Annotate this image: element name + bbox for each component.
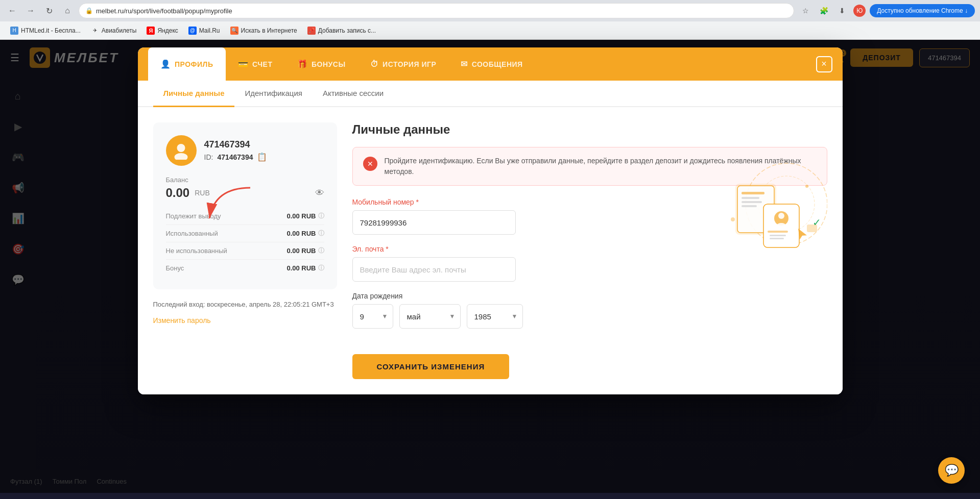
balance-row-bonus: Бонус 0.00 RUB ⓘ bbox=[166, 260, 324, 277]
browser-actions: ☆ 🧩 ⬇ Ю Доступно обновление Chrome ↓ bbox=[798, 4, 975, 18]
bookmark-dobavit-label: Добавить запись с... bbox=[318, 27, 376, 34]
download-icon[interactable]: ⬇ bbox=[835, 4, 849, 18]
day-select[interactable]: 9 123 456 7810 bbox=[352, 304, 393, 329]
email-input[interactable] bbox=[352, 257, 516, 282]
last-login-label: Последний вход: bbox=[153, 301, 205, 308]
modal-subtabs: Личные данные Идентификация Активные сес… bbox=[138, 81, 843, 107]
bookmark-htmlled[interactable]: H HTMLed.it - Бесплa... bbox=[6, 24, 85, 37]
toggle-balance-button[interactable]: 👁 bbox=[315, 188, 324, 198]
svg-rect-9 bbox=[742, 197, 759, 199]
tab-messages-label: СООБЩЕНИЯ bbox=[472, 60, 523, 68]
modal-close-button[interactable]: × bbox=[816, 56, 832, 72]
bonus-value: 0.00 RUB ⓘ bbox=[286, 264, 324, 272]
dobavit-icon: 📌 bbox=[307, 27, 316, 35]
bookmark-mailru-label: Mail.Ru bbox=[199, 27, 220, 34]
bookmark-iskat-label: Искать в Интернете bbox=[241, 27, 297, 34]
id-label: ID: bbox=[204, 153, 213, 161]
bonus-info-icon[interactable]: ⓘ bbox=[318, 264, 324, 272]
year-select-wrapper: 1985 1980 1981 1982 1983 1984 1986 ▼ bbox=[467, 304, 523, 329]
subtab-sessions[interactable]: Активные сессии bbox=[313, 81, 394, 107]
url-text: melbet.ru/ru/sport/live/football/popup/m… bbox=[96, 7, 232, 15]
svg-rect-8 bbox=[742, 192, 764, 194]
browser-toolbar: ← → ↻ ⌂ 🔒 melbet.ru/ru/sport/live/footba… bbox=[0, 0, 980, 21]
alert-icon: ✕ bbox=[363, 157, 377, 171]
svg-rect-16 bbox=[768, 231, 788, 233]
tab-history[interactable]: ⏱ ИСТОРИЯ ИГР bbox=[358, 47, 449, 81]
lock-icon: 🔒 bbox=[85, 7, 93, 14]
modal-tabs-header: 👤 ПРОФИЛЬ 💳 СЧЕТ 🎁 БОНУСЫ ⏱ ИСТОРИЯ ИГР bbox=[138, 47, 843, 81]
svg-point-2 bbox=[177, 144, 185, 152]
last-login-info: Последний вход: воскресенье, апрель 28, … bbox=[153, 300, 337, 310]
date-row: 9 123 456 7810 ▼ май bbox=[352, 304, 827, 329]
illustration-svg bbox=[684, 143, 827, 296]
htmlled-icon: H bbox=[10, 27, 18, 35]
subtab-personal[interactable]: Личные данные bbox=[153, 81, 235, 107]
svg-rect-17 bbox=[770, 235, 786, 236]
address-bar[interactable]: 🔒 melbet.ru/ru/sport/live/football/popup… bbox=[79, 3, 794, 18]
bookmark-icon[interactable]: ☆ bbox=[798, 4, 812, 18]
bookmark-htmlled-label: HTMLed.it - Бесплa... bbox=[21, 27, 81, 34]
modal-overlay: 👤 ПРОФИЛЬ 💳 СЧЕТ 🎁 БОНУСЫ ⏱ ИСТОРИЯ ИГР bbox=[0, 40, 980, 493]
year-select[interactable]: 1985 1980 1981 1982 1983 1984 1986 bbox=[467, 304, 523, 329]
home-button[interactable]: ⌂ bbox=[60, 4, 75, 18]
user-avatar bbox=[166, 135, 197, 166]
avatar-svg bbox=[172, 142, 190, 160]
back-button[interactable]: ← bbox=[5, 4, 19, 18]
svg-rect-22 bbox=[807, 224, 817, 232]
phone-input[interactable] bbox=[352, 210, 516, 235]
unused-info-icon[interactable]: ⓘ bbox=[318, 246, 324, 255]
bookmark-iskat[interactable]: 🔍 Искать в Интернете bbox=[226, 24, 301, 37]
id-value: 471467394 bbox=[217, 153, 253, 161]
tab-history-label: ИСТОРИЯ ИГР bbox=[383, 60, 436, 68]
withdrawable-info-icon[interactable]: ⓘ bbox=[318, 212, 324, 220]
site-background: ☰ МЕЛБЕТ 🔔 2 ДЕПОЗИТ 471467394 bbox=[0, 40, 980, 493]
svg-point-3 bbox=[175, 153, 188, 160]
chat-button[interactable]: 💬 bbox=[938, 457, 965, 484]
update-chrome-button[interactable]: Доступно обновление Chrome ↓ bbox=[870, 4, 975, 17]
bookmark-yandex-label: Яндекс bbox=[157, 27, 178, 34]
unused-label: Не использованный bbox=[166, 247, 227, 255]
profile-circle[interactable]: Ю bbox=[853, 5, 866, 17]
profile-tab-icon: 👤 bbox=[160, 59, 171, 69]
balance-amount: 0.00 bbox=[166, 186, 190, 200]
bookmark-aviabilety[interactable]: ✈ Авиабилеты bbox=[87, 24, 141, 37]
svg-rect-11 bbox=[742, 205, 757, 207]
form-title: Личные данные bbox=[352, 122, 827, 137]
user-info: 471467394 ID: 471467394 📋 bbox=[204, 139, 268, 162]
svg-rect-18 bbox=[770, 238, 784, 239]
refresh-button[interactable]: ↻ bbox=[42, 4, 56, 18]
username-display: 471467394 bbox=[204, 139, 268, 150]
tab-messages[interactable]: ✉ СООБЩЕНИЯ bbox=[448, 47, 535, 81]
modal-body: 471467394 ID: 471467394 📋 Баланс bbox=[138, 107, 843, 394]
copy-id-button[interactable]: 📋 bbox=[257, 152, 267, 162]
forward-button[interactable]: → bbox=[23, 4, 38, 18]
tab-profile-label: ПРОФИЛЬ bbox=[175, 60, 213, 68]
used-value: 0.00 RUB ⓘ bbox=[286, 229, 324, 238]
user-id-row: ID: 471467394 📋 bbox=[204, 152, 268, 162]
bookmark-dobavit[interactable]: 📌 Добавить запись с... bbox=[303, 24, 380, 37]
user-card-top: 471467394 ID: 471467394 📋 bbox=[166, 135, 268, 166]
unused-value: 0.00 RUB ⓘ bbox=[286, 246, 324, 255]
svg-point-15 bbox=[777, 223, 786, 228]
svg-rect-10 bbox=[742, 201, 762, 203]
used-info-icon[interactable]: ⓘ bbox=[318, 229, 324, 238]
iskat-icon: 🔍 bbox=[230, 27, 238, 35]
subtab-identification[interactable]: Идентификация bbox=[234, 81, 312, 107]
bookmark-yandex[interactable]: Я Яндекс bbox=[142, 24, 182, 37]
aviabilety-icon: ✈ bbox=[91, 27, 99, 35]
svg-point-20 bbox=[731, 217, 735, 221]
svg-point-14 bbox=[778, 213, 784, 219]
form-panel: Личные данные ✕ Пройдите идентификацию. … bbox=[352, 122, 827, 379]
tab-account-label: СЧЕТ bbox=[252, 60, 273, 68]
bookmark-mailru[interactable]: @ Mail.Ru bbox=[184, 24, 224, 37]
messages-tab-icon: ✉ bbox=[461, 59, 468, 69]
history-tab-icon: ⏱ bbox=[370, 60, 379, 69]
change-password-link[interactable]: Изменить пароль bbox=[153, 316, 211, 325]
extension-icon[interactable]: 🧩 bbox=[817, 4, 831, 18]
month-select[interactable]: май январь февраль март апрель июнь bbox=[399, 304, 461, 329]
tab-profile[interactable]: 👤 ПРОФИЛЬ bbox=[148, 47, 226, 81]
tab-bonuses[interactable]: 🎁 БОНУСЫ bbox=[285, 47, 358, 81]
save-button[interactable]: СОХРАНИТЬ ИЗМЕНЕНИЯ bbox=[352, 354, 510, 379]
tab-account[interactable]: 💳 СЧЕТ bbox=[226, 47, 285, 81]
bonuses-tab-icon: 🎁 bbox=[297, 59, 308, 69]
